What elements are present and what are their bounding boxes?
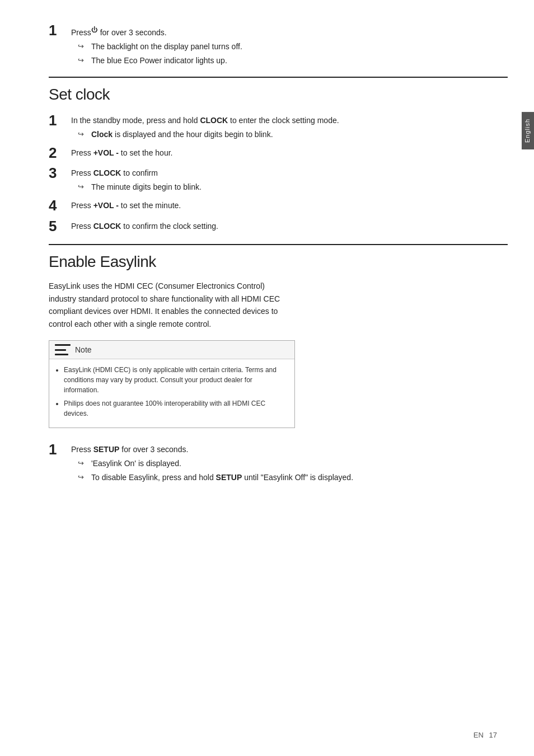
vol-keyword: +VOL - xyxy=(93,148,119,157)
page-number: 17 xyxy=(489,731,497,739)
bullet-item: ↪ The backlight on the display panel tur… xyxy=(78,41,242,53)
note-icon-line-2 xyxy=(55,349,66,351)
vol-keyword: +VOL - xyxy=(93,201,119,210)
set-clock-step-1: 1 In the standby mode, press and hold CL… xyxy=(49,112,508,140)
step-number: 4 xyxy=(49,198,71,214)
clock-keyword: CLOCK xyxy=(93,222,121,231)
note-header: Note xyxy=(49,341,294,359)
setup-keyword: SETUP xyxy=(93,445,120,454)
step-number: 3 xyxy=(49,165,71,181)
set-clock-step-5: 5 Press CLOCK to confirm the clock setti… xyxy=(49,218,508,234)
note-icon-line-3 xyxy=(55,354,68,355)
step-text: Press CLOCK to confirm the clock setting… xyxy=(71,222,218,231)
step-number: 5 xyxy=(49,218,71,234)
step-number: 2 xyxy=(49,145,71,161)
intro-step-1: 1 Press⏻ for over 3 seconds. ↪ The backl… xyxy=(49,22,508,67)
lang-label: EN xyxy=(474,731,484,739)
step-text: Press +VOL - to set the minute. xyxy=(71,201,181,210)
note-list: EasyLink (HDMI CEC) is only applicable w… xyxy=(64,365,288,419)
bullet-item: ↪ To disable Easylink, press and hold SE… xyxy=(78,472,508,483)
bullet-text: To disable Easylink, press and hold SETU… xyxy=(91,472,353,483)
side-tab: English xyxy=(522,112,534,149)
step-text: Press SETUP for over 3 seconds. xyxy=(71,445,188,454)
bullet-item: ↪ The blue Eco Power indicator lights up… xyxy=(78,55,242,67)
step-content: Press CLOCK to confirm ↪ The minute digi… xyxy=(71,165,508,193)
note-body: EasyLink (HDMI CEC) is only applicable w… xyxy=(49,359,294,428)
arrow-icon: ↪ xyxy=(78,129,89,140)
set-clock-title: Set clock xyxy=(49,86,508,104)
note-item-1: EasyLink (HDMI CEC) is only applicable w… xyxy=(64,365,288,395)
easylink-title: Enable Easylink xyxy=(49,253,508,271)
bullet-item: ↪ Clock is displayed and the hour digits… xyxy=(78,129,508,140)
bullet-item: ↪ 'Easylink On' is displayed. xyxy=(78,458,508,469)
power-icon: ⏻ xyxy=(91,26,98,33)
set-clock-step-4: 4 Press +VOL - to set the minute. xyxy=(49,198,508,214)
page-container: 1 Press⏻ for over 3 seconds. ↪ The backl… xyxy=(15,0,519,510)
arrow-icon: ↪ xyxy=(78,472,89,483)
step-content: Press SETUP for over 3 seconds. ↪ 'Easyl… xyxy=(71,442,508,483)
note-icon xyxy=(55,344,71,355)
clock-keyword: CLOCK xyxy=(93,168,121,177)
set-clock-step-2: 2 Press +VOL - to set the hour. xyxy=(49,145,508,161)
bullet-text: 'Easylink On' is displayed. xyxy=(91,458,181,469)
step-text: Press⏻ for over 3 seconds. xyxy=(71,28,167,37)
intro-content: Press⏻ for over 3 seconds. ↪ The backlig… xyxy=(71,22,242,67)
note-label: Note xyxy=(75,345,92,354)
step-content: Press +VOL - to set the minute. xyxy=(71,198,508,212)
set-clock-step-3: 3 Press CLOCK to confirm ↪ The minute di… xyxy=(49,165,508,193)
bullet-item: ↪ The minute digits begin to blink. xyxy=(78,181,508,193)
step-text: Press +VOL - to set the hour. xyxy=(71,148,172,157)
clock-keyword: CLOCK xyxy=(200,116,228,125)
bullet-text: The blue Eco Power indicator lights up. xyxy=(91,55,227,67)
arrow-icon: ↪ xyxy=(78,181,89,192)
step-text: In the standby mode, press and hold CLOC… xyxy=(71,116,339,125)
section-divider-2 xyxy=(49,244,508,245)
arrow-icon: ↪ xyxy=(78,458,89,469)
step-text: Press CLOCK to confirm xyxy=(71,168,158,177)
step-content: Press CLOCK to confirm the clock setting… xyxy=(71,218,508,232)
bullet-text: The minute digits begin to blink. xyxy=(91,181,202,193)
step-content: Press +VOL - to set the hour. xyxy=(71,145,508,159)
clock-word: Clock xyxy=(91,130,113,139)
note-item-2: Philips does not guarantee 100% interope… xyxy=(64,398,288,419)
page-footer: EN 17 xyxy=(474,731,500,739)
step-content: In the standby mode, press and hold CLOC… xyxy=(71,112,508,140)
step-number: 1 xyxy=(49,22,71,39)
step-number: 1 xyxy=(49,112,71,129)
note-box: Note EasyLink (HDMI CEC) is only applica… xyxy=(49,340,295,428)
easylink-description: EasyLink uses the HDMI CEC (Consumer Ele… xyxy=(49,280,284,330)
bullet-text: The backlight on the display panel turns… xyxy=(91,41,242,53)
bullet-text: Clock is displayed and the hour digits b… xyxy=(91,129,273,140)
note-icon-line-1 xyxy=(55,344,71,346)
arrow-icon: ↪ xyxy=(78,55,89,66)
easylink-step-1: 1 Press SETUP for over 3 seconds. ↪ 'Eas… xyxy=(49,442,508,483)
arrow-icon: ↪ xyxy=(78,41,89,52)
setup-keyword: SETUP xyxy=(216,473,242,482)
section-divider xyxy=(49,77,508,78)
step-number: 1 xyxy=(49,442,71,458)
